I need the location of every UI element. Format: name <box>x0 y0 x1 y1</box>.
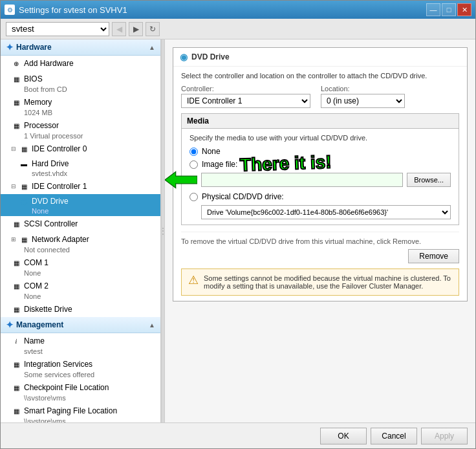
controller-label: Controller: <box>181 85 310 93</box>
ide0-label: IDE Controller 0 <box>32 144 87 153</box>
memory-icon: ▦ <box>11 97 21 107</box>
cancel-button[interactable]: Cancel <box>371 428 417 444</box>
sidebar-item-com2[interactable]: ▦ COM 2 None <box>1 278 160 301</box>
apply-button[interactable]: Apply <box>421 428 468 444</box>
image-file-input[interactable] <box>201 173 403 187</box>
com1-sub: None <box>24 269 158 277</box>
com2-label: COM 2 <box>24 281 49 290</box>
remove-button[interactable]: Remove <box>408 249 459 263</box>
management-section-label: Management <box>16 320 63 329</box>
none-radio-label[interactable]: None <box>202 147 221 156</box>
smart-paging-sub: \\svstore\vms <box>24 417 158 422</box>
network-label: Network Adapter <box>32 235 89 244</box>
remove-info-text: To remove the virtual CD/DVD drive from … <box>181 237 421 245</box>
com2-icon: ▦ <box>11 281 21 291</box>
sidebar-item-com1[interactable]: ▦ COM 1 None <box>1 255 160 278</box>
forward-button[interactable]: ▶ <box>129 22 143 36</box>
management-star-icon: ✦ <box>6 320 14 330</box>
sidebar-item-checkpoint[interactable]: ▦ Checkpoint File Location \\svstore\vms <box>1 380 160 403</box>
dvd-drive-label: DVD Drive <box>32 197 69 206</box>
scsi-icon: ▦ <box>11 219 21 229</box>
ide1-label: IDE Controller 1 <box>32 182 87 191</box>
sidebar-item-scsi[interactable]: ▦ SCSI Controller <box>1 216 160 232</box>
remove-info-row: To remove the virtual CD/DVD drive from … <box>181 232 459 245</box>
browse-button[interactable]: Browse... <box>407 173 451 187</box>
scsi-label: SCSI Controller <box>24 219 78 228</box>
vm-selector[interactable]: svtest <box>6 22 109 36</box>
annotation-label: There it is! <box>239 152 332 176</box>
title-bar: ⚙ Settings for svtest on SVHV1 — □ ✕ <box>1 1 475 19</box>
processor-sub: 1 Virtual processor <box>24 132 158 140</box>
dvd-drive-icon: ◉ <box>19 196 29 206</box>
sidebar-item-network-adapter[interactable]: ⊞ ▦ Network Adapter Not connected <box>1 232 160 255</box>
bios-sub: Boot from CD <box>24 85 158 93</box>
sidebar-item-integration[interactable]: ▦ Integration Services Some services off… <box>1 356 160 380</box>
smart-paging-label: Smart Paging File Location <box>24 406 117 415</box>
diskette-label: Diskette Drive <box>24 305 72 314</box>
name-label: Name <box>24 336 45 345</box>
ok-button[interactable]: OK <box>320 428 367 444</box>
sidebar-item-hard-drive[interactable]: ▬ Hard Drive svtest.vhdx <box>1 157 160 179</box>
integration-icon: ▦ <box>11 359 21 369</box>
window-icon: ⚙ <box>5 5 15 15</box>
network-expand-icon[interactable]: ⊞ <box>11 236 16 243</box>
sidebar: ✦ Hardware ▲ ⊕ Add Hardware ▦ BIOS Boot … <box>1 39 161 422</box>
back-button[interactable]: ◀ <box>112 22 126 36</box>
media-box: Media Specify the media to use with your… <box>181 113 459 225</box>
media-box-content: Specify the media to use with your virtu… <box>182 129 459 224</box>
dvd-drive-sub: None <box>32 207 158 215</box>
sidebar-item-name[interactable]: i Name svtest <box>1 333 160 356</box>
title-bar-left: ⚙ Settings for svtest on SVHV1 <box>5 5 127 15</box>
controller-select[interactable]: IDE Controller 1 <box>181 94 310 108</box>
bios-label: BIOS <box>24 74 43 83</box>
image-radio[interactable] <box>189 160 198 169</box>
warning-text: Some settings cannot be modified because… <box>204 274 452 290</box>
toolbar: svtest ◀ ▶ ↻ <box>1 19 475 39</box>
image-file-row: There it is! Browse... <box>201 173 451 187</box>
add-hardware-label: Add Hardware <box>24 59 74 68</box>
none-radio[interactable] <box>189 148 198 156</box>
ide0-expand-icon[interactable]: ⊟ <box>11 146 16 152</box>
image-radio-label[interactable]: Image file: <box>202 160 237 169</box>
sidebar-item-dvd-drive[interactable]: ◉ DVD Drive None <box>1 194 160 216</box>
sidebar-item-diskette[interactable]: ▦ Diskette Drive <box>1 301 160 317</box>
sidebar-item-processor[interactable]: ▦ Processor 1 Virtual processor <box>1 118 160 141</box>
sidebar-item-memory[interactable]: ▦ Memory 1024 MB <box>1 94 160 118</box>
com1-icon: ▦ <box>11 257 21 268</box>
refresh-button[interactable]: ↻ <box>146 22 160 36</box>
sidebar-item-bios[interactable]: ▦ BIOS Boot from CD <box>1 71 160 94</box>
integration-label: Integration Services <box>24 360 92 369</box>
checkpoint-icon: ▦ <box>11 382 21 393</box>
media-desc: Specify the media to use with your virtu… <box>189 134 451 142</box>
bios-icon: ▦ <box>11 74 21 84</box>
network-sub: Not connected <box>24 246 158 254</box>
ide1-expand-icon[interactable]: ⊟ <box>11 183 16 190</box>
sidebar-item-smart-paging[interactable]: ▦ Smart Paging File Location \\svstore\v… <box>1 403 160 422</box>
warning-icon: ⚠ <box>188 273 199 287</box>
physical-radio-label[interactable]: Physical CD/DVD drive: <box>202 192 284 201</box>
hard-drive-sub: svtest.vhdx <box>32 170 158 177</box>
checkpoint-label: Checkpoint File Location <box>24 383 109 392</box>
management-section-collapse[interactable]: ▲ <box>149 322 155 329</box>
network-icon: ▦ <box>19 234 29 245</box>
ide0-icon: ▦ <box>19 144 29 154</box>
dvd-drive-panel-content: Select the controller and location on th… <box>173 67 467 301</box>
physical-drive-select[interactable]: Drive 'Volume{bc96c002-1df0-11e4-80b5-80… <box>201 205 451 219</box>
maximize-button[interactable]: □ <box>442 3 456 16</box>
sidebar-item-ide0[interactable]: ⊟ ▦ IDE Controller 0 <box>1 141 160 157</box>
hardware-section-collapse[interactable]: ▲ <box>149 44 155 51</box>
location-select[interactable]: 0 (in use) <box>321 94 405 108</box>
sidebar-item-ide1[interactable]: ⊟ ▦ IDE Controller 1 <box>1 179 160 194</box>
name-sub: svtest <box>24 347 158 355</box>
svg-marker-0 <box>165 172 197 188</box>
name-icon: i <box>11 336 21 346</box>
minimize-button[interactable]: — <box>426 3 440 16</box>
green-arrow-icon <box>165 170 197 190</box>
processor-icon: ▦ <box>11 120 21 131</box>
sidebar-item-add-hardware[interactable]: ⊕ Add Hardware <box>1 56 160 71</box>
hardware-section-header: ✦ Hardware ▲ <box>1 39 160 56</box>
integration-sub: Some services offered <box>24 371 158 378</box>
memory-sub: 1024 MB <box>24 109 158 116</box>
close-button[interactable]: ✕ <box>457 3 471 16</box>
physical-radio[interactable] <box>189 193 198 201</box>
